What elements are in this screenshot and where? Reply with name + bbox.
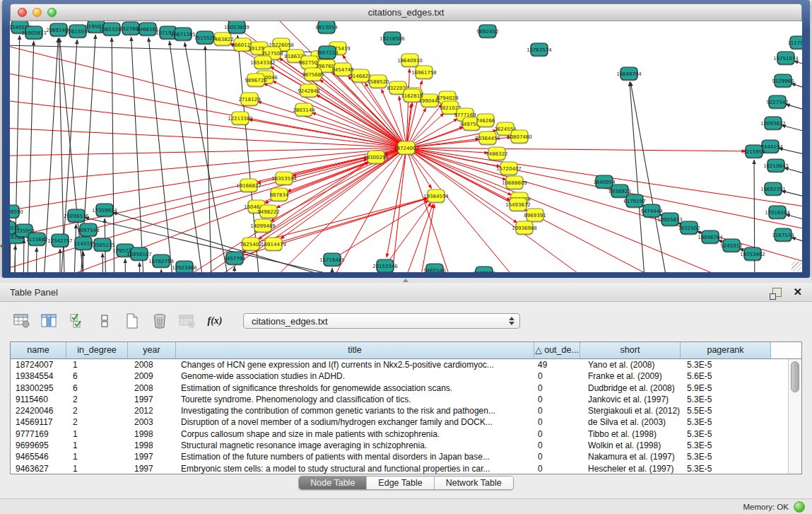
graph-node[interactable]: 9465546 — [423, 264, 446, 272]
graph-node[interactable]: 9242848 — [298, 84, 319, 97]
table-settings-icon[interactable] — [11, 311, 33, 331]
cell-year[interactable]: 2008 — [128, 382, 176, 394]
cell-pagerank[interactable]: 5.3E-5 — [681, 428, 771, 440]
cell-year[interactable]: 1998 — [128, 428, 176, 440]
graph-node[interactable]: 8813054 — [315, 21, 338, 33]
cell-short[interactable]: Wolkin et al. (1998) — [580, 440, 681, 451]
graph-edge[interactable] — [264, 83, 406, 148]
graph-edge[interactable] — [786, 214, 802, 223]
window-resize-grip[interactable] — [792, 262, 801, 271]
import-table-icon[interactable] — [177, 311, 198, 331]
graph-node[interactable]: 19218506 — [379, 32, 405, 45]
zoom-window-button[interactable] — [47, 8, 57, 17]
graph-node[interactable]: 1588520 — [367, 75, 389, 88]
graph-node[interactable]: 16782759 — [148, 255, 174, 267]
table-row[interactable]: 969969511998Structural magnetic resonanc… — [11, 440, 789, 451]
graph-edge[interactable] — [779, 148, 802, 157]
graph-edge[interactable] — [396, 204, 433, 272]
cell-pagerank[interactable]: 5.3E-5 — [681, 440, 771, 451]
graph-edge[interactable] — [416, 204, 435, 272]
table-row[interactable]: 946554611997Estimation of the future num… — [11, 451, 789, 462]
graph-node[interactable]: 22606590 — [10, 205, 23, 218]
cell-title[interactable]: Estimation of significance thresholds fo… — [176, 382, 534, 394]
graph-edge[interactable] — [784, 168, 802, 177]
cell-name[interactable]: 9115460 — [11, 394, 66, 405]
cell-name[interactable]: 14569117 — [11, 416, 66, 428]
cell-out_degree[interactable]: 0 — [534, 394, 580, 405]
cell-in_degree[interactable]: 6 — [66, 382, 128, 394]
minimize-window-button[interactable] — [33, 8, 42, 17]
graph-node[interactable]: 9463627 — [473, 267, 495, 272]
delete-table-icon[interactable] — [149, 311, 170, 331]
cell-out_degree[interactable]: 0 — [534, 463, 580, 474]
graph-node[interactable]: 2803144 — [293, 103, 315, 116]
graph-edge[interactable] — [170, 41, 206, 272]
cell-short[interactable]: Jankovic et al. (1997) — [580, 394, 681, 405]
cell-out_degree[interactable]: 0 — [534, 405, 580, 416]
graph-edge[interactable] — [630, 82, 647, 272]
cell-name[interactable]: 18724007 — [11, 359, 66, 370]
network-canvas[interactable]: 1872400774638228660128591295423226058352… — [10, 21, 802, 272]
graph-node[interactable]: 16648784 — [616, 67, 642, 80]
table-row[interactable]: 977716911998Corpus callosum shape and si… — [11, 428, 789, 440]
cell-title[interactable]: Structural magnetic resonance image aver… — [176, 440, 534, 451]
cell-short[interactable]: Stergiakouli et al. (2012) — [580, 405, 681, 416]
graph-node[interactable]: 20153346 — [372, 259, 398, 272]
graph-node[interactable]: 8969391 — [524, 209, 546, 221]
table-row[interactable]: 911546021997Tourette syndrome. Phenomeno… — [11, 394, 789, 405]
column-header-year[interactable]: year — [128, 342, 176, 359]
graph-node[interactable]: 7486322 — [486, 147, 507, 160]
cell-title[interactable]: Embryonic stem cells: a model to study s… — [176, 463, 534, 474]
column-header-in_degree[interactable]: in_degree — [66, 342, 128, 359]
graph-node[interactable]: 3215953 — [743, 145, 765, 158]
cell-year[interactable]: 2012 — [128, 405, 176, 416]
graph-node[interactable]: 10936988 — [512, 221, 537, 234]
cell-in_degree[interactable]: 1 — [66, 440, 128, 451]
split-divider[interactable] — [0, 278, 812, 283]
graph-edge[interactable] — [234, 267, 235, 272]
cell-year[interactable]: 1998 — [128, 440, 176, 451]
cell-name[interactable]: 9465546 — [11, 451, 66, 462]
cell-pagerank[interactable]: 5.6E-5 — [681, 370, 771, 382]
cell-title[interactable]: Estimation of the future numbers of pati… — [176, 451, 534, 462]
cell-name[interactable]: 9699695 — [11, 440, 66, 451]
cell-in_degree[interactable]: 6 — [66, 370, 128, 382]
table-row[interactable]: 1938455462009Genome-wide association stu… — [11, 370, 789, 382]
graph-edge[interactable] — [83, 252, 83, 272]
tab-node-table[interactable]: Node Table — [299, 477, 367, 489]
cell-short[interactable]: Franke et al. (2009) — [580, 370, 681, 382]
graph-node[interactable]: 18640910 — [397, 54, 423, 66]
graph-node[interactable]: 6179197 — [623, 194, 645, 207]
graph-node[interactable]: 9245012 — [720, 239, 742, 252]
cell-pagerank[interactable]: 5.9E-5 — [681, 382, 771, 394]
graph-node[interactable]: 9875685 — [302, 68, 324, 81]
graph-edge[interactable] — [125, 259, 126, 272]
graph-node[interactable]: 16961758 — [411, 66, 437, 78]
graph-node[interactable]: 20364456 — [475, 132, 500, 144]
column-header-title[interactable]: title — [176, 342, 534, 359]
cell-short[interactable]: Tibbo et al. (1998) — [580, 428, 681, 440]
table-row[interactable]: 1830029562008Estimation of significance … — [11, 382, 789, 394]
graph-node[interactable]: 15751074 — [773, 52, 799, 64]
cell-out_degree[interactable]: 0 — [534, 416, 580, 428]
graph-node[interactable]: 9896726 — [245, 74, 267, 86]
cell-short[interactable]: Hescheler et al. (1997) — [580, 463, 681, 474]
cell-name[interactable]: 9463627 — [11, 463, 66, 474]
cell-title[interactable]: Disruption of a novel member of a sodium… — [176, 416, 534, 428]
graph-edge[interactable] — [23, 239, 24, 272]
cell-year[interactable]: 2003 — [128, 416, 176, 428]
graph-node[interactable]: 9097548 — [77, 223, 99, 236]
graph-node[interactable]: 9474444 — [640, 204, 663, 217]
tab-network-table[interactable]: Network Table — [435, 477, 513, 489]
graph-edge[interactable] — [782, 191, 802, 199]
graph-node[interactable]: 7857224 — [316, 46, 339, 59]
graph-edge[interactable] — [88, 159, 367, 230]
cell-out_degree[interactable]: 0 — [534, 440, 580, 451]
graph-node[interactable]: 17016504 — [765, 206, 790, 218]
cell-short[interactable]: Nakamura et al. (1997) — [580, 451, 681, 462]
column-header-out_degree[interactable]: △ out_de... — [534, 342, 580, 359]
graph-node[interactable]: 13505135 — [90, 238, 115, 251]
cell-in_degree[interactable]: 2 — [66, 394, 128, 405]
table-scrollbar-thumb[interactable] — [791, 361, 799, 392]
graph-edge[interactable] — [786, 104, 802, 113]
